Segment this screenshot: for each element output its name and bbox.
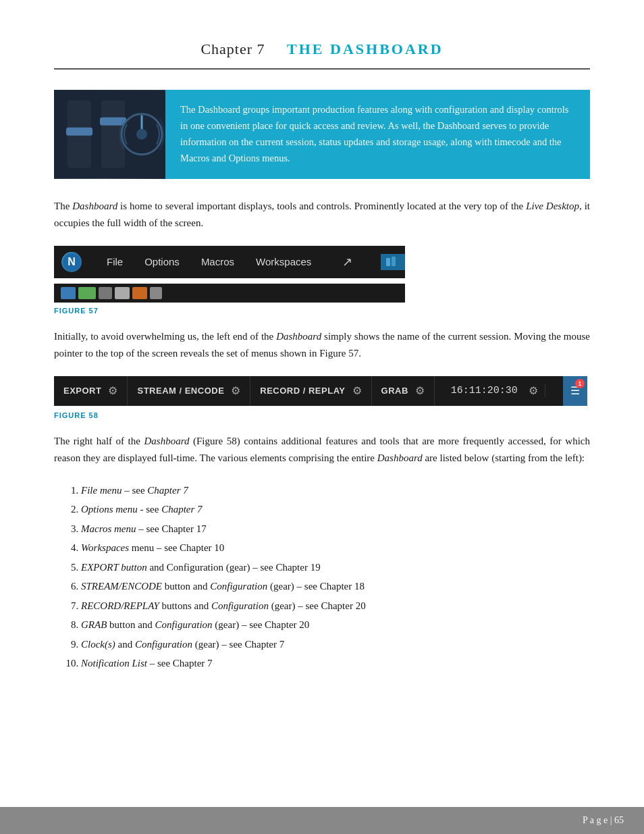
fig58-stream-label: STREAM / ENCODE: [137, 386, 224, 396]
page-footer: P a g e | 65: [0, 807, 644, 834]
chapter-title: THE DASHBOARD: [287, 41, 444, 57]
fig57-right-icon: [385, 255, 401, 269]
fig57-file-menu[interactable]: File: [96, 249, 134, 274]
logo-n-icon: N: [63, 253, 80, 271]
figure-57-label: FIGURE 57: [54, 307, 590, 315]
fig58-stream-section: STREAM / ENCODE ⚙: [128, 376, 250, 406]
fig57-macros-menu[interactable]: Macros: [190, 249, 245, 274]
fig58-record-label: RECORD / REPLAY: [260, 386, 345, 396]
fig58-export-section: EXPORT ⚙: [54, 376, 128, 406]
chapter-heading-text: Chapter 7 THE DASHBOARD: [200, 41, 443, 57]
list-item-5: EXPORT button and Configuration (gear) –…: [81, 558, 590, 577]
fig57-options-menu[interactable]: Options: [134, 249, 190, 274]
fig57-icon-group: [61, 287, 162, 299]
body-paragraph-3: The right half of the Dashboard (Figure …: [54, 433, 590, 467]
fig57-icon-1: [61, 287, 76, 299]
svg-text:N: N: [68, 256, 76, 267]
fig58-notification-badge: 1: [575, 379, 585, 388]
fig58-time-gear-icon[interactable]: ⚙: [529, 384, 538, 397]
figure-58-container: EXPORT ⚙ STREAM / ENCODE ⚙ RECORD / REPL…: [54, 376, 590, 406]
fig57-icon-5: [132, 287, 147, 299]
fig58-export-gear-icon[interactable]: ⚙: [108, 384, 117, 397]
body-paragraph-2: Initially, to avoid overwhelming us, the…: [54, 328, 590, 363]
fig57-icon-4: [115, 287, 130, 299]
figure-58-label: FIGURE 58: [54, 411, 590, 419]
page-number-value: 65: [614, 815, 624, 825]
list-item-7: RECORD/REPLAY buttons and Configuration …: [81, 596, 590, 616]
list-item-9: Clock(s) and Configuration (gear) – see …: [81, 635, 590, 654]
fig57-menu: File Options Macros Workspaces ↗: [89, 249, 381, 274]
list-item-6: STREAM/ENCODE button and Configuration (…: [81, 577, 590, 596]
figure-58-toolbar: EXPORT ⚙ STREAM / ENCODE ⚙ RECORD / REPL…: [54, 376, 587, 406]
fig57-logo-circle: N: [61, 252, 82, 272]
fig58-time-section: 16:11:20:30 ⚙: [435, 384, 545, 397]
fig58-record-section: RECORD / REPLAY ⚙: [250, 376, 371, 406]
fig57-icon-6: [150, 287, 162, 299]
cursor-icon: ↗: [342, 255, 352, 269]
list-item-3: Macros menu – see Chapter 17: [81, 519, 590, 539]
intro-box: The Dashboard groups important productio…: [54, 90, 590, 179]
chapter-heading: Chapter 7 THE DASHBOARD: [54, 41, 590, 70]
fig58-stream-gear-icon[interactable]: ⚙: [231, 384, 240, 397]
fig58-notification-section[interactable]: ☰ 1: [563, 376, 587, 406]
page: Chapter 7 THE DASHBOARD: [0, 0, 644, 834]
fig57-icon-3: [99, 287, 112, 299]
fig57-logo: N: [59, 250, 84, 274]
svg-point-6: [136, 129, 147, 140]
chapter-number: Chapter 7: [200, 41, 265, 57]
list-item-1: File menu – see Chapter 7: [81, 481, 590, 500]
body-paragraph-1: The Dashboard is home to several importa…: [54, 198, 590, 232]
list-item-2: Options menu - see Chapter 7: [81, 500, 590, 519]
fig57-bottom-bar: [54, 284, 405, 303]
figure-57-container: N File Options Macros Workspaces ↗: [54, 246, 590, 303]
svg-rect-9: [386, 258, 390, 266]
fig58-export-label: EXPORT: [63, 386, 101, 396]
fig58-grab-section: GRAB ⚙: [372, 376, 435, 406]
fig57-right-panel: [381, 254, 405, 270]
svg-rect-3: [66, 128, 92, 136]
dashboard-decorative-image: [54, 90, 165, 179]
dashboard-elements-list: File menu – see Chapter 7 Options menu -…: [81, 481, 590, 673]
svg-rect-10: [392, 257, 396, 266]
fig57-icon-2: [78, 287, 96, 299]
list-item-10: Notification List – see Chapter 7: [81, 654, 590, 673]
page-number: P a g e | 65: [583, 815, 624, 826]
intro-image-inner: [54, 90, 165, 179]
page-label: P a g e: [583, 815, 608, 825]
intro-image: [54, 90, 165, 179]
list-item-4: Workspaces menu – see Chapter 10: [81, 538, 590, 558]
fig58-record-gear-icon[interactable]: ⚙: [352, 384, 362, 397]
fig58-grab-label: GRAB: [381, 386, 408, 396]
intro-text: The Dashboard groups important productio…: [165, 90, 590, 179]
list-item-8: GRAB button and Configuration (gear) – s…: [81, 615, 590, 635]
fig57-workspaces-menu[interactable]: Workspaces: [245, 249, 322, 274]
fig58-grab-gear-icon[interactable]: ⚙: [415, 384, 425, 397]
figure-57-menubar: N File Options Macros Workspaces ↗: [54, 246, 405, 278]
fig58-timecode: 16:11:20:30: [441, 385, 527, 396]
